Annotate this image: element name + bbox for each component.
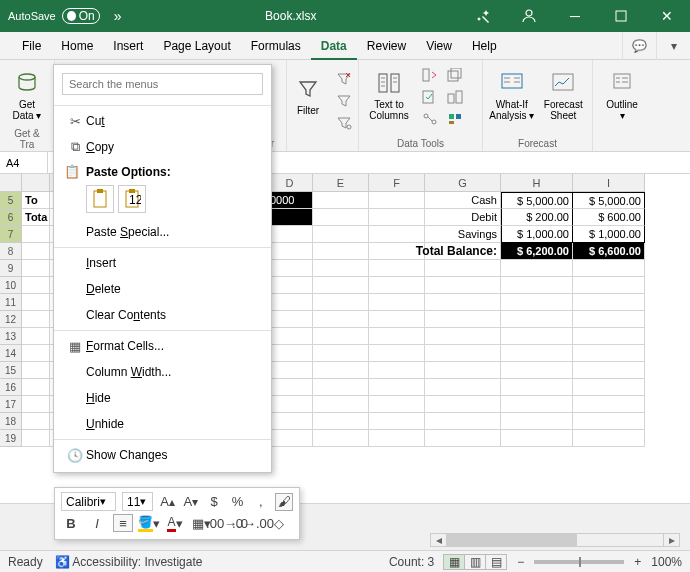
cell[interactable] — [369, 209, 425, 226]
rowhead[interactable]: 16 — [0, 379, 22, 396]
outline-button[interactable]: Outline▾ — [599, 64, 645, 126]
cell[interactable]: $ 600.00 — [573, 209, 645, 226]
cell[interactable] — [369, 226, 425, 243]
cell[interactable] — [267, 243, 313, 260]
align-icon[interactable]: ≡ — [113, 514, 133, 532]
filter-button[interactable]: Filter — [289, 64, 327, 126]
rowhead[interactable]: 9 — [0, 260, 22, 277]
ctx-delete[interactable]: Delete — [54, 276, 271, 302]
increase-decimal-icon[interactable]: .0→.00 — [243, 514, 263, 532]
zoom-level[interactable]: 100% — [651, 555, 682, 569]
autosave-toggle[interactable]: AutoSave On — [8, 8, 100, 24]
cell[interactable]: Tota — [22, 209, 50, 226]
colhead-f[interactable]: F — [369, 174, 425, 192]
decrease-font-icon[interactable]: A▾ — [182, 493, 199, 511]
minimize-button[interactable]: ─ — [552, 0, 598, 32]
clear-filter-icon[interactable] — [333, 70, 355, 88]
cell[interactable] — [313, 192, 369, 209]
select-all-corner[interactable] — [0, 174, 22, 192]
colhead-g[interactable]: G — [425, 174, 501, 192]
tab-file[interactable]: File — [12, 32, 51, 60]
view-pagelayout-icon[interactable]: ▥ — [464, 554, 486, 570]
ctx-unhide[interactable]: Unhide — [54, 411, 271, 437]
consolidate-icon[interactable] — [444, 88, 466, 106]
cell[interactable] — [369, 192, 425, 209]
ctx-clear-contents[interactable]: Clear Contents — [54, 302, 271, 328]
cell[interactable] — [313, 226, 369, 243]
ctx-show-changes[interactable]: 🕓Show Changes — [54, 442, 271, 468]
rowhead[interactable]: 7 — [0, 226, 22, 243]
rowhead[interactable]: 15 — [0, 362, 22, 379]
rowhead[interactable]: 5 — [0, 192, 22, 209]
percent-icon[interactable]: % — [229, 493, 246, 511]
text-to-columns-button[interactable]: Text toColumns — [365, 64, 413, 126]
scroll-thumb[interactable] — [447, 534, 577, 546]
cell[interactable] — [267, 209, 313, 226]
cell[interactable]: $ 5,000.00 — [501, 192, 573, 209]
cell[interactable] — [22, 226, 50, 243]
rowhead[interactable]: 11 — [0, 294, 22, 311]
cell[interactable] — [267, 226, 313, 243]
data-model-icon[interactable] — [444, 110, 466, 128]
fontsize-select[interactable]: 11 ▾ — [122, 492, 153, 511]
colhead-e[interactable]: E — [313, 174, 369, 192]
colhead-a[interactable] — [22, 174, 50, 192]
fill-color-icon[interactable]: 🪣▾ — [139, 514, 159, 532]
bold-icon[interactable]: B — [61, 514, 81, 532]
cell[interactable]: Debit — [425, 209, 501, 226]
scroll-left-icon[interactable]: ◂ — [431, 534, 447, 546]
share-icon[interactable]: ▾ — [656, 32, 690, 60]
cell[interactable]: $ 5,000.00 — [573, 192, 645, 209]
colhead-h[interactable]: H — [501, 174, 573, 192]
comments-icon[interactable]: 💬 — [622, 32, 656, 60]
cell[interactable]: Cash — [425, 192, 501, 209]
cell[interactable] — [313, 209, 369, 226]
quickaccess-more-icon[interactable]: » — [114, 8, 122, 24]
colhead-i[interactable]: I — [573, 174, 645, 192]
cell[interactable]: $ 1,000.00 — [501, 226, 573, 243]
get-data-button[interactable]: GetData ▾ — [6, 64, 48, 126]
reapply-icon[interactable] — [333, 92, 355, 110]
cell[interactable]: $ 1,000.00 — [573, 226, 645, 243]
increase-font-icon[interactable]: A▴ — [159, 493, 176, 511]
forecast-sheet-button[interactable]: ForecastSheet — [541, 64, 587, 126]
cell[interactable] — [22, 243, 50, 260]
ctx-cut[interactable]: ✂Cut — [54, 108, 271, 134]
rowhead[interactable]: 12 — [0, 311, 22, 328]
rowhead[interactable]: 13 — [0, 328, 22, 345]
accessibility-status[interactable]: ♿ Accessibility: Investigate — [55, 555, 203, 569]
advanced-icon[interactable] — [333, 114, 355, 132]
tab-help[interactable]: Help — [462, 32, 507, 60]
currency-icon[interactable]: $ — [205, 493, 222, 511]
close-button[interactable]: ✕ — [644, 0, 690, 32]
cell[interactable]: 0000 — [267, 192, 313, 209]
tab-insert[interactable]: Insert — [103, 32, 153, 60]
rowhead[interactable]: 6 — [0, 209, 22, 226]
view-normal-icon[interactable]: ▦ — [443, 554, 465, 570]
tab-data[interactable]: Data — [311, 32, 357, 60]
relationships-icon[interactable] — [419, 110, 441, 128]
tab-review[interactable]: Review — [357, 32, 416, 60]
tab-view[interactable]: View — [416, 32, 462, 60]
comma-icon[interactable]: , — [252, 493, 269, 511]
flash-fill-icon[interactable] — [419, 66, 441, 84]
cell[interactable]: $ 6,600.00 — [573, 243, 645, 260]
scroll-right-icon[interactable]: ▸ — [663, 534, 679, 546]
rowhead[interactable]: 10 — [0, 277, 22, 294]
paste-option-1[interactable] — [86, 185, 114, 213]
rowhead[interactable]: 19 — [0, 430, 22, 447]
zoom-in-icon[interactable]: + — [634, 555, 641, 569]
rowhead[interactable]: 17 — [0, 396, 22, 413]
cell[interactable]: Total Balance: — [425, 243, 501, 260]
clear-format-icon[interactable]: ◇ — [269, 514, 289, 532]
ctx-copy[interactable]: ⧉Copy — [54, 134, 271, 160]
cell[interactable]: $ 200.00 — [501, 209, 573, 226]
ctx-column-width[interactable]: Column Width... — [54, 359, 271, 385]
cell[interactable]: $ 6,200.00 — [501, 243, 573, 260]
ctx-paste-special[interactable]: Paste Special... — [54, 219, 271, 245]
remove-dupes-icon[interactable] — [444, 66, 466, 84]
rowhead[interactable]: 8 — [0, 243, 22, 260]
rowhead[interactable]: 14 — [0, 345, 22, 362]
tab-formulas[interactable]: Formulas — [241, 32, 311, 60]
search-magic-icon[interactable] — [460, 0, 506, 32]
